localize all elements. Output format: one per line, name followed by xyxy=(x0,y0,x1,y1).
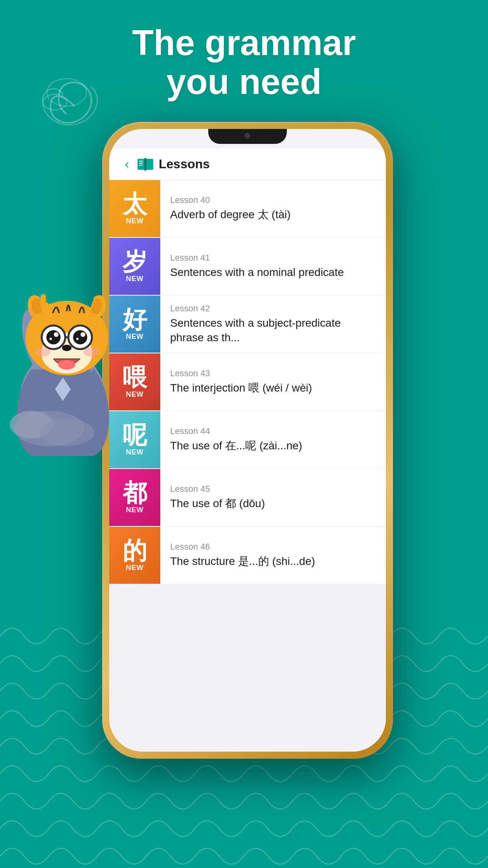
lesson-number-41: Lesson 41 xyxy=(170,253,376,263)
lesson-info-41: Lesson 41 Sentences with a nominal predi… xyxy=(160,253,386,280)
lesson-chinese-46: 的 xyxy=(123,539,147,563)
phone-notch xyxy=(208,129,287,144)
lesson-info-43: Lesson 43 The interjection 喂 (wéi / wèi) xyxy=(160,368,386,395)
lesson-chinese-45: 都 xyxy=(123,481,147,505)
book-icon xyxy=(137,157,154,171)
phone-outer: ‹ Lessons 太 NEW xyxy=(102,122,393,759)
lesson-chinese-40: 太 xyxy=(123,192,147,216)
back-button[interactable]: ‹ xyxy=(121,158,133,170)
nav-bar: ‹ Lessons xyxy=(109,149,386,180)
lesson-title-46: The structure 是...的 (shi...de) xyxy=(170,554,376,568)
lesson-title-44: The use of 在...呢 (zài...ne) xyxy=(170,439,376,453)
phone-wrapper: ‹ Lessons 太 NEW xyxy=(102,122,393,759)
lesson-info-45: Lesson 45 The use of 都 (dōu) xyxy=(160,484,386,511)
phone-inner: ‹ Lessons 太 NEW xyxy=(109,129,386,752)
lesson-item-44[interactable]: 呢 NEW Lesson 44 The use of 在...呢 (zài...… xyxy=(109,411,386,468)
lesson-number-45: Lesson 45 xyxy=(170,484,376,494)
lesson-item-45[interactable]: 都 NEW Lesson 45 The use of 都 (dōu) xyxy=(109,469,386,526)
lesson-icon-40: 太 NEW xyxy=(109,180,160,237)
header-line2: you need xyxy=(31,63,457,101)
lesson-number-44: Lesson 44 xyxy=(170,426,376,436)
mascot-container xyxy=(0,252,141,456)
lesson-icon-46: 的 NEW xyxy=(109,527,160,584)
lesson-item-43[interactable]: 喂 NEW Lesson 43 The interjection 喂 (wéi … xyxy=(109,353,386,410)
svg-rect-3 xyxy=(146,159,153,170)
svg-point-20 xyxy=(54,332,59,337)
svg-point-25 xyxy=(35,347,50,357)
lesson-number-40: Lesson 40 xyxy=(170,195,376,205)
lesson-badge-40: NEW xyxy=(126,217,144,225)
back-chevron-icon: ‹ xyxy=(125,157,129,171)
lesson-item-40[interactable]: 太 NEW Lesson 40 Adverb of degree 太 (tài) xyxy=(109,180,386,237)
svg-point-19 xyxy=(73,330,87,344)
lesson-number-43: Lesson 43 xyxy=(170,368,376,379)
svg-point-24 xyxy=(58,360,75,370)
lesson-title-41: Sentences with a nominal predicate xyxy=(170,265,376,280)
svg-point-26 xyxy=(83,347,99,357)
nav-title: Lessons xyxy=(159,157,210,171)
svg-point-18 xyxy=(46,330,61,344)
lesson-item-42[interactable]: 好 NEW Lesson 42 Sentences with a subject… xyxy=(109,296,386,353)
lesson-icon-45: 都 NEW xyxy=(109,469,160,526)
header-line1: The grammar xyxy=(31,24,457,63)
lesson-info-46: Lesson 46 The structure 是...的 (shi...de) xyxy=(160,542,386,568)
phone-screen: ‹ Lessons 太 NEW xyxy=(109,149,386,752)
svg-point-14 xyxy=(62,345,72,351)
header-text: The grammar you need xyxy=(0,24,488,101)
phone-camera xyxy=(245,133,250,138)
lesson-info-42: Lesson 42 Sentences with a subject-predi… xyxy=(160,303,386,345)
svg-point-21 xyxy=(81,332,85,337)
svg-point-23 xyxy=(76,338,79,340)
lesson-title-43: The interjection 喂 (wéi / wèi) xyxy=(170,381,376,395)
lesson-item-46[interactable]: 的 NEW Lesson 46 The structure 是...的 (shi… xyxy=(109,527,386,584)
lesson-number-42: Lesson 42 xyxy=(170,303,376,314)
lesson-title-45: The use of 都 (dōu) xyxy=(170,497,376,511)
lesson-item-41[interactable]: 岁 NEW Lesson 41 Sentences with a nominal… xyxy=(109,238,386,295)
lesson-title-40: Adverb of degree 太 (tài) xyxy=(170,208,376,222)
lesson-info-44: Lesson 44 The use of 在...呢 (zài...ne) xyxy=(160,426,386,453)
lesson-badge-45: NEW xyxy=(126,506,144,514)
svg-point-22 xyxy=(50,338,52,340)
svg-rect-4 xyxy=(144,158,147,171)
lesson-badge-46: NEW xyxy=(126,564,144,572)
lesson-number-46: Lesson 46 xyxy=(170,542,376,552)
lesson-list[interactable]: 太 NEW Lesson 40 Adverb of degree 太 (tài)… xyxy=(109,180,386,585)
svg-point-29 xyxy=(39,419,94,446)
lesson-title-42: Sentences with a subject-predicate phras… xyxy=(170,316,376,345)
svg-rect-2 xyxy=(138,159,145,170)
lesson-info-40: Lesson 40 Adverb of degree 太 (tài) xyxy=(160,195,386,222)
